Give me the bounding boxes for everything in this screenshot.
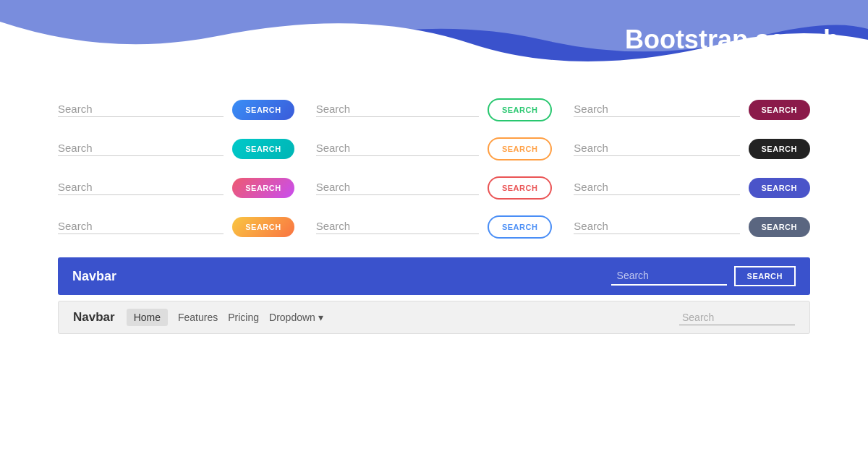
navbar-light-search-input[interactable] <box>679 310 795 325</box>
search-underline <box>58 194 224 195</box>
search-label: Search <box>574 181 739 193</box>
search-button-4-2[interactable]: SEARCH <box>488 215 552 239</box>
search-button-3-1[interactable]: SEARCH <box>232 178 294 198</box>
search-underline <box>58 116 224 117</box>
navbar-dark-search-input[interactable] <box>611 267 727 286</box>
search-button-2-1[interactable]: SEARCH <box>232 139 294 159</box>
search-underline <box>316 234 479 234</box>
search-underline <box>316 194 479 195</box>
search-button-3-2[interactable]: SEARCH <box>488 176 552 200</box>
navbar-dark-search-button[interactable]: SEARCH <box>734 266 796 286</box>
search-input-wrap: Search <box>58 103 224 117</box>
search-label: Search <box>316 220 479 232</box>
search-label: Search <box>574 220 739 232</box>
search-label: Search <box>316 142 479 154</box>
search-label: Search <box>58 220 224 232</box>
search-input-wrap: Search <box>574 220 739 234</box>
search-label: Search <box>58 181 224 193</box>
search-item-1-3: Search SEARCH <box>574 94 810 126</box>
search-input-wrap: Search <box>58 142 224 156</box>
search-item-1-2: Search SEARCH <box>316 94 553 126</box>
search-button-2-2[interactable]: SEARCH <box>488 137 552 160</box>
search-button-1-3[interactable]: SEARCH <box>749 100 810 120</box>
navbar-dark: Navbar SEARCH <box>58 257 810 295</box>
search-underline <box>574 116 739 117</box>
search-input-wrap: Search <box>574 181 739 195</box>
main-content: Search SEARCH Search SEARCH Search SEARC… <box>0 80 868 346</box>
search-button-1-1[interactable]: SEARCH <box>232 100 294 120</box>
search-input-wrap: Search <box>316 220 479 234</box>
search-label: Search <box>316 103 479 115</box>
navbar-light-brand: Navbar <box>73 310 115 325</box>
search-input-wrap: Search <box>574 103 739 117</box>
search-item-3-1: Search SEARCH <box>58 172 294 204</box>
search-input-wrap: Search <box>316 103 479 117</box>
search-underline <box>58 155 224 156</box>
search-label: Search <box>58 142 224 154</box>
nav-search-right <box>679 310 795 325</box>
search-underline <box>58 234 224 234</box>
search-item-4-2: Search SEARCH <box>316 211 553 243</box>
search-input-wrap: Search <box>58 181 224 195</box>
search-underline <box>316 116 479 117</box>
search-button-2-3[interactable]: SEARCH <box>749 139 810 159</box>
search-underline <box>574 155 739 156</box>
page-title: Bootstrap search <box>625 25 839 55</box>
search-underline <box>574 234 739 234</box>
search-label: Search <box>316 181 479 193</box>
search-item-2-1: Search SEARCH <box>58 133 294 165</box>
nav-link-pricing[interactable]: Pricing <box>228 312 259 323</box>
search-input-wrap: Search <box>574 142 739 156</box>
search-item-4-1: Search SEARCH <box>58 211 294 243</box>
search-item-2-3: Search SEARCH <box>574 133 810 165</box>
search-item-3-2: Search SEARCH <box>316 172 553 204</box>
search-item-4-3: Search SEARCH <box>574 211 810 243</box>
search-underline <box>316 155 479 156</box>
search-input-wrap: Search <box>58 220 224 234</box>
search-button-3-3[interactable]: SEARCH <box>749 178 810 198</box>
search-item-3-3: Search SEARCH <box>574 172 810 204</box>
search-button-4-1[interactable]: SEARCH <box>232 217 294 237</box>
navbar-dark-brand: Navbar <box>72 269 611 284</box>
search-label: Search <box>58 103 224 115</box>
search-label: Search <box>574 103 739 115</box>
search-item-2-2: Search SEARCH <box>316 133 553 165</box>
search-label: Search <box>574 142 739 154</box>
nav-link-home[interactable]: Home <box>127 309 168 326</box>
search-input-wrap: Search <box>316 142 479 156</box>
search-button-1-2[interactable]: SEARCH <box>488 98 552 121</box>
navbar-light: Navbar Home Features Pricing Dropdown ▾ <box>58 301 810 334</box>
nav-link-dropdown[interactable]: Dropdown ▾ <box>269 312 323 323</box>
search-button-4-3[interactable]: SEARCH <box>749 217 810 237</box>
header: Bootstrap search <box>0 0 868 80</box>
search-item-1-1: Search SEARCH <box>58 94 294 126</box>
search-underline <box>574 194 739 195</box>
nav-link-features[interactable]: Features <box>178 312 218 323</box>
search-input-wrap: Search <box>316 181 479 195</box>
search-grid: Search SEARCH Search SEARCH Search SEARC… <box>58 94 810 243</box>
